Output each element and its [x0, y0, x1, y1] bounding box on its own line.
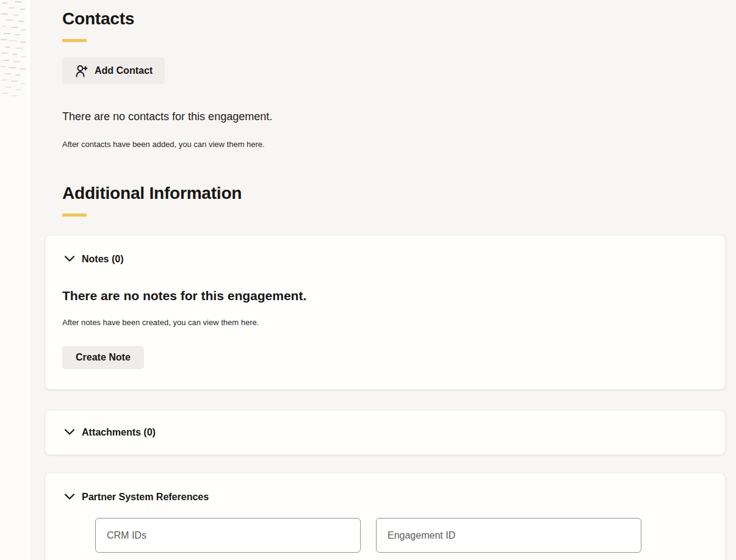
- attachments-collapse-header[interactable]: Attachments (0): [45, 426, 156, 439]
- contacts-empty-hint: After contacts have been added, you can …: [62, 140, 725, 149]
- chevron-down-icon: [64, 492, 75, 503]
- create-note-button[interactable]: Create Note: [62, 346, 144, 369]
- engagement-id-input[interactable]: [376, 518, 641, 553]
- main-content: Contacts Add Contact There are no contac…: [30, 0, 736, 560]
- partner-system-references-card: Partner System References: [45, 473, 725, 560]
- notes-card: Notes (0) There are no notes for this en…: [45, 235, 725, 389]
- texture-pattern: [0, 0, 27, 110]
- contacts-empty-message: There are no contacts for this engagemen…: [62, 110, 725, 123]
- crm-ids-input[interactable]: [95, 518, 361, 553]
- partner-refs-collapse-header[interactable]: Partner System References: [45, 473, 725, 503]
- add-contact-label: Add Contact: [95, 65, 153, 76]
- notes-collapse-header[interactable]: Notes (0): [45, 235, 725, 265]
- additional-info-section-title: Additional Information: [62, 184, 725, 203]
- contacts-section-title: Contacts: [62, 9, 725, 29]
- accent-underline: [62, 214, 87, 217]
- chevron-down-icon: [64, 428, 75, 439]
- accent-underline: [62, 39, 87, 42]
- chevron-down-icon: [64, 254, 75, 265]
- partner-refs-fields: [95, 518, 725, 553]
- notes-header-label: Notes (0): [82, 254, 123, 265]
- add-contact-button[interactable]: Add Contact: [62, 57, 165, 84]
- attachments-header-label: Attachments (0): [82, 427, 156, 438]
- attachments-card: Attachments (0): [45, 411, 725, 454]
- notes-empty-message: There are no notes for this engagement.: [62, 289, 725, 303]
- person-plus-icon: [74, 64, 88, 78]
- notes-empty-hint: After notes have been created, you can v…: [62, 318, 725, 327]
- partner-refs-header-label: Partner System References: [82, 492, 209, 503]
- background-texture-strip: [0, 0, 27, 560]
